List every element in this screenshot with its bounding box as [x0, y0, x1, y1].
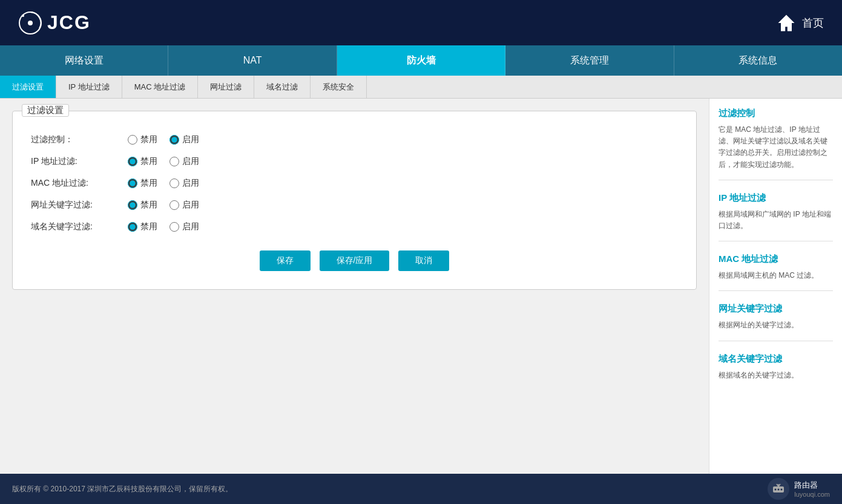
home-label: 首页 — [802, 16, 824, 30]
domain-filter-label: 域名关键字过滤: — [31, 221, 128, 232]
mac-filter-disable[interactable]: 禁用 — [128, 178, 157, 189]
url-filter-disable[interactable]: 禁用 — [128, 200, 157, 211]
nav-item-nat[interactable]: NAT — [168, 45, 337, 76]
sidebar-section-domain-title: 域名关键字过滤 — [719, 353, 833, 365]
sidebar-section-mac: MAC 地址过滤 根据局域网主机的 MAC 过滤。 — [719, 254, 833, 291]
footer-copyright: 版权所有 © 2010-2017 深圳市乙辰科技股份有限公司，保留所有权。 — [12, 484, 232, 494]
sidebar-section-ip-title: IP 地址过滤 — [719, 192, 833, 204]
filter-control-enable-label: 启用 — [182, 134, 199, 145]
ip-filter-disable-radio[interactable] — [128, 157, 137, 166]
cancel-button[interactable]: 取消 — [398, 250, 449, 271]
subnav-mac-filter[interactable]: MAC 地址过滤 — [122, 76, 199, 98]
filter-control-label: 过滤控制： — [31, 134, 128, 145]
url-filter-disable-radio[interactable] — [128, 200, 137, 210]
url-filter-enable[interactable]: 启用 — [169, 200, 199, 211]
mac-filter-row: MAC 地址过滤: 禁用 启用 — [31, 178, 678, 189]
svg-point-5 — [775, 489, 777, 491]
sidebar-section-domain: 域名关键字过滤 根据域名的关键字过滤。 — [719, 353, 833, 390]
nav-item-network[interactable]: 网络设置 — [0, 45, 168, 76]
footer: 版权所有 © 2010-2017 深圳市乙辰科技股份有限公司，保留所有权。 路由… — [0, 474, 842, 504]
sidebar-section-filter-control-title: 过滤控制 — [719, 108, 833, 119]
nav-item-sysinfo[interactable]: 系统信息 — [674, 45, 842, 76]
url-filter-enable-radio[interactable] — [169, 200, 179, 210]
home-icon — [775, 12, 797, 34]
ip-filter-enable-label: 启用 — [182, 156, 199, 167]
subnav-filter-settings[interactable]: 过滤设置 — [0, 76, 56, 98]
ip-filter-group: 禁用 启用 — [128, 156, 199, 167]
url-filter-disable-label: 禁用 — [140, 200, 157, 211]
url-filter-enable-label: 启用 — [182, 200, 199, 211]
subnav-url-filter[interactable]: 网址过滤 — [198, 76, 254, 98]
filter-control-enable-radio[interactable] — [169, 135, 179, 145]
ip-filter-enable[interactable]: 启用 — [169, 156, 199, 167]
sidebar-section-domain-desc: 根据域名的关键字过滤。 — [719, 370, 833, 381]
right-sidebar: 过滤控制 它是 MAC 地址过滤、IP 地址过滤、网址关键字过滤以及域名关键字过… — [709, 99, 842, 474]
mac-filter-disable-radio[interactable] — [128, 178, 137, 188]
main-content: 过滤设置 过滤控制： 禁用 启用 IP 地址过滤: — [0, 99, 709, 474]
mac-filter-label: MAC 地址过滤: — [31, 178, 128, 189]
svg-point-1 — [28, 21, 33, 25]
router-icon — [771, 482, 786, 496]
footer-logo-text: 路由器 luyouqi.com — [794, 480, 830, 498]
filter-settings-box: 过滤设置 过滤控制： 禁用 启用 IP 地址过滤: — [12, 111, 697, 290]
sidebar-section-filter-control-desc: 它是 MAC 地址过滤、IP 地址过滤、网址关键字过滤以及域名关键字过滤的总开关… — [719, 124, 833, 171]
svg-point-6 — [778, 489, 780, 491]
content-wrapper: 过滤设置 过滤控制： 禁用 启用 IP 地址过滤: — [0, 99, 842, 474]
nav-item-sysmanage[interactable]: 系统管理 — [505, 45, 674, 76]
footer-logo-label: 路由器 — [794, 480, 830, 491]
domain-filter-enable[interactable]: 启用 — [169, 221, 199, 232]
filter-control-disable-radio[interactable] — [128, 135, 137, 145]
mac-filter-disable-label: 禁用 — [140, 178, 157, 189]
sidebar-section-filter-control: 过滤控制 它是 MAC 地址过滤、IP 地址过滤、网址关键字过滤以及域名关键字过… — [719, 108, 833, 180]
url-filter-label: 网址关键字过滤: — [31, 200, 128, 211]
domain-filter-enable-radio[interactable] — [169, 222, 179, 232]
button-row: 保存 保存/应用 取消 — [31, 250, 678, 271]
domain-filter-disable-label: 禁用 — [140, 221, 157, 232]
svg-marker-3 — [778, 15, 795, 31]
filter-control-enable[interactable]: 启用 — [169, 134, 199, 145]
svg-point-7 — [781, 489, 783, 491]
svg-point-2 — [22, 15, 24, 17]
domain-filter-row: 域名关键字过滤: 禁用 启用 — [31, 221, 678, 232]
domain-filter-disable-radio[interactable] — [128, 222, 137, 232]
domain-filter-disable[interactable]: 禁用 — [128, 221, 157, 232]
main-nav: 网络设置 NAT 防火墙 系统管理 系统信息 — [0, 45, 842, 76]
ip-filter-enable-radio[interactable] — [169, 157, 179, 166]
footer-logo-icon — [768, 478, 789, 500]
ip-filter-disable-label: 禁用 — [140, 156, 157, 167]
ip-filter-row: IP 地址过滤: 禁用 启用 — [31, 156, 678, 167]
filter-control-row: 过滤控制： 禁用 启用 — [31, 134, 678, 145]
filter-settings-title: 过滤设置 — [22, 104, 69, 117]
footer-logo-sub: luyouqi.com — [794, 491, 830, 498]
sub-nav: 过滤设置 IP 地址过滤 MAC 地址过滤 网址过滤 域名过滤 系统安全 — [0, 76, 842, 99]
sidebar-section-url-title: 网址关键字过滤 — [719, 303, 833, 315]
filter-control-group: 禁用 启用 — [128, 134, 199, 145]
domain-filter-enable-label: 启用 — [182, 221, 199, 232]
home-button[interactable]: 首页 — [775, 12, 824, 34]
subnav-ip-filter[interactable]: IP 地址过滤 — [56, 76, 122, 98]
logo-icon — [18, 11, 42, 35]
sidebar-section-url: 网址关键字过滤 根据网址的关键字过滤。 — [719, 303, 833, 341]
sidebar-section-mac-desc: 根据局域网主机的 MAC 过滤。 — [719, 270, 833, 281]
mac-filter-group: 禁用 启用 — [128, 178, 199, 189]
domain-filter-group: 禁用 启用 — [128, 221, 199, 232]
logo: JCG — [18, 11, 91, 35]
mac-filter-enable-label: 启用 — [182, 178, 199, 189]
sidebar-section-ip: IP 地址过滤 根据局域网和广域网的 IP 地址和端口过滤。 — [719, 192, 833, 241]
sidebar-section-url-desc: 根据网址的关键字过滤。 — [719, 319, 833, 331]
logo-text: JCG — [47, 11, 91, 34]
sidebar-section-ip-desc: 根据局域网和广域网的 IP 地址和端口过滤。 — [719, 209, 833, 232]
footer-logo: 路由器 luyouqi.com — [768, 478, 830, 500]
subnav-system-security[interactable]: 系统安全 — [311, 76, 367, 98]
sidebar-section-mac-title: MAC 地址过滤 — [719, 254, 833, 265]
filter-control-disable[interactable]: 禁用 — [128, 134, 157, 145]
save-button[interactable]: 保存 — [260, 250, 311, 271]
nav-item-firewall[interactable]: 防火墙 — [337, 45, 505, 76]
ip-filter-disable[interactable]: 禁用 — [128, 156, 157, 167]
filter-control-disable-label: 禁用 — [140, 134, 157, 145]
save-apply-button[interactable]: 保存/应用 — [320, 250, 390, 271]
mac-filter-enable-radio[interactable] — [169, 178, 179, 188]
header: JCG 首页 — [0, 0, 842, 45]
mac-filter-enable[interactable]: 启用 — [169, 178, 199, 189]
subnav-domain-filter[interactable]: 域名过滤 — [254, 76, 311, 98]
